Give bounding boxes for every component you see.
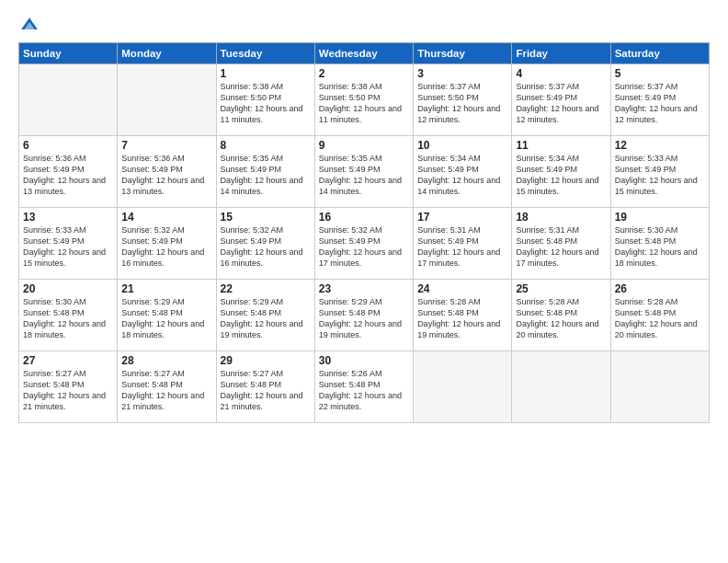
day-number: 4 (516, 67, 606, 80)
day-number: 15 (221, 211, 311, 224)
week-row-2: 6Sunrise: 5:36 AM Sunset: 5:49 PM Daylig… (19, 136, 710, 208)
day-info: Sunrise: 5:29 AM Sunset: 5:48 PM Dayligh… (319, 296, 409, 341)
day-number: 24 (417, 282, 507, 295)
day-info: Sunrise: 5:35 AM Sunset: 5:49 PM Dayligh… (319, 153, 409, 198)
day-info: Sunrise: 5:32 AM Sunset: 5:49 PM Dayligh… (221, 224, 311, 270)
day-number: 25 (516, 282, 606, 295)
calendar-cell: 18Sunrise: 5:31 AM Sunset: 5:48 PM Dayli… (512, 208, 610, 280)
day-number: 16 (319, 211, 409, 224)
day-info: Sunrise: 5:36 AM Sunset: 5:49 PM Dayligh… (121, 153, 211, 198)
calendar-body: 1Sunrise: 5:38 AM Sunset: 5:50 PM Daylig… (19, 64, 710, 423)
calendar-cell: 7Sunrise: 5:36 AM Sunset: 5:49 PM Daylig… (118, 136, 216, 208)
header-row: SundayMondayTuesdayWednesdayThursdayFrid… (19, 43, 710, 64)
day-info: Sunrise: 5:34 AM Sunset: 5:49 PM Dayligh… (516, 153, 606, 198)
calendar-cell (19, 64, 118, 136)
day-number: 10 (417, 139, 507, 152)
day-info: Sunrise: 5:27 AM Sunset: 5:48 PM Dayligh… (221, 368, 311, 413)
logo-icon (18, 15, 40, 37)
day-number: 8 (221, 139, 311, 152)
day-number: 9 (319, 139, 409, 152)
day-info: Sunrise: 5:28 AM Sunset: 5:48 PM Dayligh… (417, 296, 507, 341)
day-number: 3 (417, 67, 507, 80)
day-number: 21 (121, 282, 211, 295)
header-wednesday: Wednesday (314, 43, 413, 64)
day-number: 1 (221, 67, 311, 80)
header-thursday: Thursday (414, 43, 512, 64)
day-number: 5 (615, 67, 705, 80)
calendar-cell: 1Sunrise: 5:38 AM Sunset: 5:50 PM Daylig… (216, 64, 314, 136)
day-info: Sunrise: 5:37 AM Sunset: 5:50 PM Dayligh… (417, 81, 507, 126)
calendar-cell: 6Sunrise: 5:36 AM Sunset: 5:49 PM Daylig… (19, 136, 118, 208)
day-number: 22 (221, 282, 311, 295)
calendar-table: SundayMondayTuesdayWednesdayThursdayFrid… (18, 42, 710, 423)
calendar-cell: 5Sunrise: 5:37 AM Sunset: 5:49 PM Daylig… (610, 64, 709, 136)
day-number: 13 (23, 211, 113, 224)
header-monday: Monday (118, 43, 216, 64)
calendar-cell: 8Sunrise: 5:35 AM Sunset: 5:49 PM Daylig… (216, 136, 314, 208)
calendar-cell (118, 64, 216, 136)
day-info: Sunrise: 5:34 AM Sunset: 5:49 PM Dayligh… (417, 153, 507, 198)
day-number: 27 (23, 354, 113, 367)
day-number: 14 (121, 211, 211, 224)
day-info: Sunrise: 5:35 AM Sunset: 5:49 PM Dayligh… (221, 153, 311, 198)
week-row-5: 27Sunrise: 5:27 AM Sunset: 5:48 PM Dayli… (19, 351, 710, 423)
week-row-4: 20Sunrise: 5:30 AM Sunset: 5:48 PM Dayli… (19, 280, 710, 351)
day-number: 12 (615, 139, 705, 152)
day-number: 28 (121, 354, 211, 367)
calendar-cell (414, 351, 512, 423)
day-number: 19 (615, 211, 705, 224)
calendar-header: SundayMondayTuesdayWednesdayThursdayFrid… (19, 43, 710, 64)
calendar-cell: 14Sunrise: 5:32 AM Sunset: 5:49 PM Dayli… (118, 208, 216, 280)
calendar-cell: 22Sunrise: 5:29 AM Sunset: 5:48 PM Dayli… (216, 280, 314, 351)
calendar-cell: 3Sunrise: 5:37 AM Sunset: 5:50 PM Daylig… (414, 64, 512, 136)
calendar-cell: 30Sunrise: 5:26 AM Sunset: 5:48 PM Dayli… (314, 351, 413, 423)
day-info: Sunrise: 5:37 AM Sunset: 5:49 PM Dayligh… (615, 81, 705, 126)
calendar-cell: 21Sunrise: 5:29 AM Sunset: 5:48 PM Dayli… (118, 280, 216, 351)
calendar-cell: 28Sunrise: 5:27 AM Sunset: 5:48 PM Dayli… (118, 351, 216, 423)
day-number: 26 (615, 282, 705, 295)
week-row-3: 13Sunrise: 5:33 AM Sunset: 5:49 PM Dayli… (19, 208, 710, 280)
calendar-cell: 15Sunrise: 5:32 AM Sunset: 5:49 PM Dayli… (216, 208, 314, 280)
week-row-1: 1Sunrise: 5:38 AM Sunset: 5:50 PM Daylig… (19, 64, 710, 136)
day-number: 30 (319, 354, 409, 367)
day-info: Sunrise: 5:38 AM Sunset: 5:50 PM Dayligh… (319, 81, 409, 126)
day-info: Sunrise: 5:31 AM Sunset: 5:49 PM Dayligh… (417, 224, 507, 270)
header-sunday: Sunday (19, 43, 118, 64)
calendar-cell: 19Sunrise: 5:30 AM Sunset: 5:48 PM Dayli… (610, 208, 709, 280)
calendar-cell: 13Sunrise: 5:33 AM Sunset: 5:49 PM Dayli… (19, 208, 118, 280)
day-info: Sunrise: 5:31 AM Sunset: 5:48 PM Dayligh… (516, 224, 606, 270)
calendar-cell: 24Sunrise: 5:28 AM Sunset: 5:48 PM Dayli… (414, 280, 512, 351)
day-info: Sunrise: 5:33 AM Sunset: 5:49 PM Dayligh… (615, 153, 705, 198)
calendar-cell (610, 351, 709, 423)
calendar-cell: 27Sunrise: 5:27 AM Sunset: 5:48 PM Dayli… (19, 351, 118, 423)
header (18, 15, 710, 37)
calendar-cell: 11Sunrise: 5:34 AM Sunset: 5:49 PM Dayli… (512, 136, 610, 208)
calendar-cell: 2Sunrise: 5:38 AM Sunset: 5:50 PM Daylig… (314, 64, 413, 136)
day-info: Sunrise: 5:30 AM Sunset: 5:48 PM Dayligh… (615, 224, 705, 270)
page: SundayMondayTuesdayWednesdayThursdayFrid… (0, 0, 728, 563)
day-info: Sunrise: 5:32 AM Sunset: 5:49 PM Dayligh… (319, 224, 409, 270)
day-info: Sunrise: 5:33 AM Sunset: 5:49 PM Dayligh… (23, 224, 113, 270)
day-number: 20 (23, 282, 113, 295)
calendar-cell: 17Sunrise: 5:31 AM Sunset: 5:49 PM Dayli… (414, 208, 512, 280)
header-tuesday: Tuesday (216, 43, 314, 64)
calendar-cell: 12Sunrise: 5:33 AM Sunset: 5:49 PM Dayli… (610, 136, 709, 208)
day-info: Sunrise: 5:27 AM Sunset: 5:48 PM Dayligh… (121, 368, 211, 413)
day-number: 29 (221, 354, 311, 367)
calendar-cell: 25Sunrise: 5:28 AM Sunset: 5:48 PM Dayli… (512, 280, 610, 351)
day-info: Sunrise: 5:28 AM Sunset: 5:48 PM Dayligh… (615, 296, 705, 341)
day-info: Sunrise: 5:27 AM Sunset: 5:48 PM Dayligh… (23, 368, 113, 413)
day-info: Sunrise: 5:36 AM Sunset: 5:49 PM Dayligh… (23, 153, 113, 198)
day-number: 2 (319, 67, 409, 80)
day-number: 17 (417, 211, 507, 224)
day-number: 18 (516, 211, 606, 224)
calendar-cell: 10Sunrise: 5:34 AM Sunset: 5:49 PM Dayli… (414, 136, 512, 208)
day-info: Sunrise: 5:26 AM Sunset: 5:48 PM Dayligh… (319, 368, 409, 413)
header-saturday: Saturday (610, 43, 709, 64)
day-info: Sunrise: 5:29 AM Sunset: 5:48 PM Dayligh… (121, 296, 211, 341)
header-friday: Friday (512, 43, 610, 64)
calendar-cell: 20Sunrise: 5:30 AM Sunset: 5:48 PM Dayli… (19, 280, 118, 351)
day-number: 11 (516, 139, 606, 152)
day-number: 6 (23, 139, 113, 152)
calendar-cell (512, 351, 610, 423)
